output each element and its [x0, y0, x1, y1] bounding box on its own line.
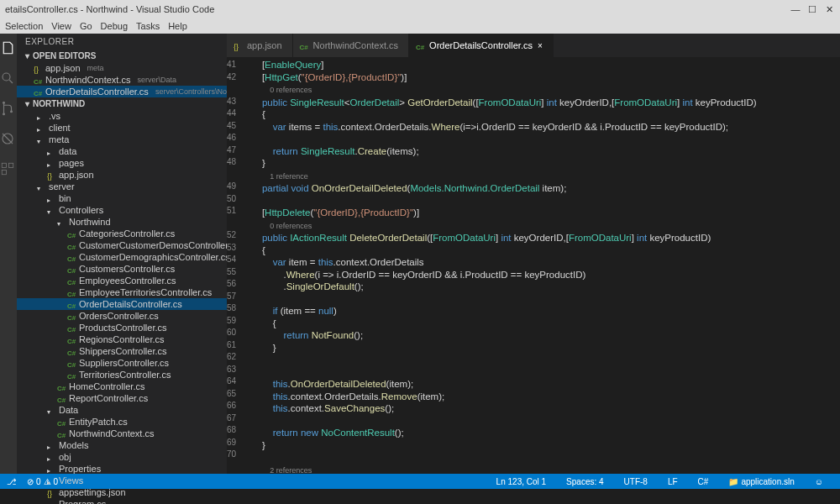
lang[interactable]: C#	[698, 477, 709, 486]
activity-bar	[0, 34, 17, 474]
editor-group: app.jsonNorthwindContext.csOrderDetailsC…	[227, 34, 840, 474]
tree-item[interactable]: SuppliersController.cs	[17, 357, 227, 369]
tree-item[interactable]: RegionsController.cs	[17, 333, 227, 345]
close-icon[interactable]: ✕	[823, 3, 835, 15]
line-col[interactable]: Ln 123, Col 1	[496, 477, 547, 486]
tab-bar: app.jsonNorthwindContext.csOrderDetailsC…	[227, 34, 840, 57]
svg-point-2	[3, 102, 5, 104]
tree-item[interactable]: OrderDetailsController.cs	[17, 298, 227, 310]
code-area[interactable]: 4142 434445464748 495051 525354555657585…	[227, 57, 840, 474]
open-editors-header[interactable]: ▾OPEN EDITORS	[17, 50, 227, 62]
sidebar: EXPLORER ▾OPEN EDITORS app.jsonmetaNorth…	[17, 34, 227, 474]
git-icon[interactable]	[0, 101, 17, 118]
menu-item[interactable]: Selection	[5, 21, 43, 31]
tree-item[interactable]: ShippersController.cs	[17, 345, 227, 357]
tree-item[interactable]: Data	[17, 404, 227, 416]
open-editor-item[interactable]: OrderDetailsController.csserver\Controll…	[17, 86, 227, 97]
branch-icon[interactable]: ⎇	[7, 477, 17, 486]
tree-item[interactable]: CustomerCustomerDemosController.cs	[17, 239, 227, 251]
tree-item[interactable]: Properties	[17, 463, 227, 475]
editor-tab[interactable]: app.json	[227, 34, 293, 57]
menu-item[interactable]: View	[51, 21, 71, 31]
tree-item[interactable]: client	[17, 122, 227, 134]
tree-item[interactable]: CustomerDemographicsController.cs	[17, 251, 227, 263]
window-title: etailsController.cs - Northwind - Visual…	[5, 4, 214, 14]
extensions-icon[interactable]	[0, 161, 17, 178]
menu-item[interactable]: Go	[80, 21, 92, 31]
line-gutter: 4142 434445464748 495051 525354555657585…	[227, 57, 246, 474]
tree-item[interactable]: Northwind	[17, 216, 227, 228]
tree-item[interactable]: NorthwindContext.cs	[17, 428, 227, 439]
tree-item[interactable]: TerritoriesController.cs	[17, 369, 227, 381]
menubar: Selection View Go Debug Tasks Help	[0, 18, 840, 34]
encoding[interactable]: UTF-8	[624, 477, 648, 486]
tree-item[interactable]: ReportController.cs	[17, 392, 227, 404]
tree-item[interactable]: EmployeesController.cs	[17, 275, 227, 286]
search-icon[interactable]	[0, 71, 17, 87]
eol[interactable]: LF	[668, 477, 678, 486]
tree-item[interactable]: bin	[17, 192, 227, 204]
svg-point-4	[10, 110, 13, 113]
open-editor-item[interactable]: app.jsonmeta	[17, 62, 227, 74]
tree-item[interactable]: Models	[17, 439, 227, 451]
tree-item[interactable]: meta	[17, 134, 227, 145]
tree-item[interactable]: obj	[17, 451, 227, 463]
tree-item[interactable]: pages	[17, 157, 227, 169]
errors-seg[interactable]: ⊘ 0 ⚠ 0	[27, 477, 58, 486]
svg-rect-8	[9, 163, 13, 167]
debug-icon[interactable]	[0, 131, 17, 148]
files-icon[interactable]	[0, 40, 15, 57]
tree-item[interactable]: EntityPatch.cs	[17, 416, 227, 428]
spaces[interactable]: Spaces: 4	[566, 477, 603, 486]
sln[interactable]: 📁 application.sln	[728, 477, 794, 486]
svg-rect-9	[2, 171, 6, 175]
close-icon[interactable]: ×	[538, 41, 543, 50]
tree-item[interactable]: EmployeeTerritoriesController.cs	[17, 286, 227, 298]
editor-tab[interactable]: OrderDetailsController.cs×	[409, 34, 554, 57]
sidebar-title: EXPLORER	[17, 34, 227, 50]
menu-item[interactable]: Help	[168, 21, 187, 31]
svg-line-1	[9, 80, 13, 83]
tree-item[interactable]: app.json	[17, 169, 227, 181]
tree-item[interactable]: ProductsController.cs	[17, 322, 227, 333]
tree-item[interactable]: HomeController.cs	[17, 381, 227, 392]
menu-item[interactable]: Debug	[101, 21, 128, 31]
code-content[interactable]: [EnableQuery] [HttpGet("{OrderID},{Produ…	[246, 57, 840, 474]
tree-item[interactable]: Controllers	[17, 204, 227, 216]
tree-item[interactable]: OrdersController.cs	[17, 310, 227, 322]
tree-item[interactable]: CategoriesController.cs	[17, 228, 227, 239]
tree-item[interactable]: data	[17, 145, 227, 157]
menu-item[interactable]: Tasks	[136, 21, 160, 31]
editor-tab[interactable]: NorthwindContext.cs	[293, 34, 410, 57]
tree-item[interactable]: CustomersController.cs	[17, 263, 227, 275]
feedback-icon[interactable]: ☺	[815, 477, 823, 486]
minimize-icon[interactable]: —	[790, 3, 801, 15]
maximize-icon[interactable]: ☐	[806, 3, 818, 15]
svg-point-0	[3, 73, 10, 81]
svg-point-3	[3, 113, 5, 115]
tree-item[interactable]: server	[17, 181, 227, 192]
tree-item[interactable]: appsettings.json	[17, 486, 227, 498]
tree-item[interactable]: .vs	[17, 110, 227, 122]
titlebar: etailsController.cs - Northwind - Visual…	[0, 0, 840, 18]
tree-item[interactable]: Program.cs	[17, 498, 227, 504]
svg-rect-7	[2, 163, 6, 167]
open-editor-item[interactable]: NorthwindContext.csserver\Data	[17, 74, 227, 86]
workspace-header[interactable]: ▾NORTHWIND	[17, 97, 227, 110]
